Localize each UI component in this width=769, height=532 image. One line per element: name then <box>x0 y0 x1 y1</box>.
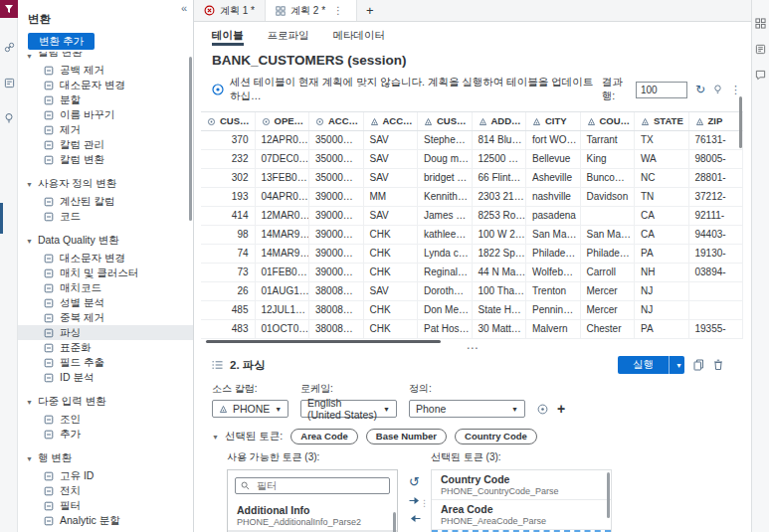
section-header-3[interactable]: ▼다중 입력 변환 <box>26 395 193 409</box>
transfer-overflow-icon[interactable]: ⋮ <box>420 498 429 508</box>
trim-icon <box>44 66 54 76</box>
result-rows-input[interactable] <box>636 82 687 98</box>
token-chip[interactable]: Base Number <box>366 429 447 444</box>
sidebar-item-parse[interactable]: 파싱 <box>18 325 193 340</box>
token-filter-input[interactable] <box>255 479 390 492</box>
run-button[interactable]: 실행 <box>618 356 669 374</box>
table-row[interactable]: 30213FEB0…35000…SAVbridget …66 Flint…Ash… <box>201 169 743 188</box>
column-header[interactable]: ACC… <box>364 112 419 130</box>
table-row[interactable]: 7414MAR9…39000…CHKLynda c…1822 Sp…Philad… <box>201 245 743 264</box>
column-header[interactable]: COU… <box>581 112 636 130</box>
sidebar-item-dedupe[interactable]: 중복 제거 <box>18 310 193 325</box>
notes-icon[interactable] <box>755 44 766 55</box>
source-column-select[interactable]: PHONE▼ <box>212 400 288 418</box>
chevron-down-icon[interactable]: ▼ <box>212 434 219 441</box>
sidebar-item-matchcode[interactable]: 매치코드 <box>18 280 193 295</box>
grid-view-icon[interactable] <box>755 18 766 29</box>
link-icon[interactable] <box>0 40 18 54</box>
tab-metadata[interactable]: 메타데이터 <box>333 29 386 46</box>
plan-tab-1[interactable]: 계획 1 * <box>194 0 265 21</box>
column-header[interactable]: STATE <box>635 112 689 130</box>
token-chip[interactable]: Area Code <box>290 429 358 444</box>
table-row[interactable]: 23207DEC0…35000…SAVDoug m…12500 …Bellevu… <box>201 150 743 169</box>
table-row[interactable]: 48512JUL1…38008…CHKDon Me…State H…Pennin… <box>201 301 743 320</box>
table-row[interactable]: 9814MAR9…39000…CHKkathlee…100 W 2…San Ma… <box>201 226 743 245</box>
reset-tokens-icon[interactable]: ↺ <box>409 476 420 487</box>
selected-list-scrollbar[interactable] <box>607 472 610 518</box>
selected-token-item[interactable]: Area CodePHONE_AreaCode_Parse <box>432 500 611 530</box>
sidebar-item-trim[interactable]: 공백 제거 <box>18 63 193 78</box>
table-row[interactable]: 48301OCT0…38008…CHKPat Hos…30 Matt…Malve… <box>201 320 743 339</box>
section-header-2[interactable]: ▼Data Quality 변환 <box>26 234 193 248</box>
sidebar-item-transpose[interactable]: 전치 <box>18 483 193 498</box>
column-header[interactable]: CUS… <box>418 112 473 130</box>
sidebar-item-calculated-column[interactable]: 계산된 칼럼 <box>18 194 193 209</box>
section-header-1[interactable]: ▼사용자 정의 변환 <box>26 177 193 191</box>
add-transform-button[interactable]: 변환 추가 <box>28 33 95 50</box>
tab-table[interactable]: 테이블 <box>212 29 244 46</box>
token-chip[interactable]: Country Code <box>455 429 537 444</box>
bulb-icon[interactable] <box>713 84 722 95</box>
app-logo-icon[interactable] <box>0 0 18 18</box>
table-vertical-scrollbar[interactable] <box>739 96 742 148</box>
form-icon[interactable] <box>0 76 18 89</box>
section-header-0[interactable]: ▼칼럼 변환 <box>26 52 193 60</box>
sidebar-item-analytic-split[interactable]: Analytic 분할 <box>18 513 193 528</box>
move-to-selected-icon[interactable] <box>409 496 421 505</box>
lightbulb-icon[interactable] <box>0 111 18 125</box>
sidebar-item-id-analysis[interactable]: ID 분석 <box>18 370 193 385</box>
add-plan-tab-button[interactable]: + <box>357 0 383 21</box>
column-header[interactable]: ADD… <box>473 112 527 130</box>
column-header[interactable]: CITY <box>526 112 581 130</box>
tab-overflow-icon[interactable]: ⋮ <box>330 5 346 16</box>
sidebar-item-split[interactable]: 분할 <box>18 92 193 107</box>
copy-step-icon[interactable] <box>693 359 704 371</box>
sidebar-item-field-extract[interactable]: 필드 추출 <box>18 355 193 370</box>
table-row[interactable]: 19304APR0…39000…MMKennith…2303 21…nashvi… <box>201 188 743 207</box>
sidebar-item-join[interactable]: 조인 <box>18 412 193 427</box>
table-overflow-icon[interactable]: ⋮ <box>730 84 741 96</box>
sidebar-item-gender-analysis[interactable]: 성별 분석 <box>18 295 193 310</box>
delete-step-icon[interactable] <box>713 359 723 371</box>
sidebar-item-rename[interactable]: 이름 바꾸기 <box>18 107 193 122</box>
sidebar-item-standardize[interactable]: 표준화 <box>18 340 193 355</box>
table-cell: Chester <box>581 320 636 338</box>
sidebar-item-remove[interactable]: 제거 <box>18 122 193 137</box>
collapse-sidebar-icon[interactable]: « <box>181 2 187 14</box>
definition-select[interactable]: Phone▼ <box>409 400 525 418</box>
table-row[interactable]: 41412MAR0…39000…SAVJames …8253 Ro…pasade… <box>201 207 743 226</box>
refresh-icon[interactable]: ↻ <box>695 85 705 94</box>
sidebar-item-filter[interactable]: 필터 <box>18 498 193 513</box>
add-definition-icon[interactable]: + <box>557 401 565 417</box>
view-definition-icon[interactable] <box>537 404 548 415</box>
sidebar-item-manage-columns[interactable]: 칼럼 관리 <box>18 137 193 152</box>
locale-select[interactable]: English (United States)▼ <box>300 400 397 418</box>
sidebar-item-unique-id[interactable]: 고유 ID <box>18 468 193 483</box>
table-row[interactable]: 7301FEB0…39000…CHKReginal…44 N Ma…Wolfeb… <box>201 264 743 282</box>
column-header[interactable]: CUS… <box>201 112 256 130</box>
sidebar-item-append[interactable]: 추가 <box>18 427 193 442</box>
section-header-4[interactable]: ▼행 변환 <box>26 451 193 465</box>
column-header[interactable]: ACC… <box>309 112 364 130</box>
comment-icon[interactable] <box>755 70 766 81</box>
table-row[interactable]: 37012APR0…35000…SAVStephe…814 Blu…fort W… <box>201 131 743 150</box>
run-dropdown-button[interactable]: ▼ <box>669 356 684 374</box>
sidebar-scrollbar[interactable] <box>189 57 192 221</box>
tab-profile[interactable]: 프로파일 <box>268 29 309 46</box>
plan-tab-2[interactable]: 계획 2 *⋮ <box>265 0 357 21</box>
table-row[interactable]: 2601AUG1…38008…SAVDoroth…100 Tha…Trenton… <box>201 282 743 301</box>
move-to-available-icon[interactable] <box>409 514 421 523</box>
sidebar-item-case-check[interactable]: 대소문자 변경 <box>18 251 193 266</box>
selected-token-item[interactable]: Country CodePHONE_CountryCode_Parse <box>432 470 611 500</box>
sidebar-item-label: 분할 <box>60 93 81 107</box>
sidebar-item-match-cluster[interactable]: 매치 및 클러스터 <box>18 266 193 280</box>
sidebar-item-change-case[interactable]: 대소문자 변경 <box>18 78 193 92</box>
available-list-scrollbar[interactable] <box>393 512 396 532</box>
sidebar-item-code[interactable]: 코드 <box>18 209 193 224</box>
column-header[interactable]: OPE… <box>256 112 310 130</box>
column-header[interactable]: ZIP <box>689 112 744 130</box>
panel-splitter-handle[interactable]: ⋯ <box>194 343 751 353</box>
token-filter[interactable] <box>235 477 390 494</box>
sidebar-item-convert-column[interactable]: 칼럼 변환 <box>18 152 193 167</box>
available-token-item[interactable]: Additional InfoPHONE_AdditionalInfo_Pars… <box>228 501 397 530</box>
